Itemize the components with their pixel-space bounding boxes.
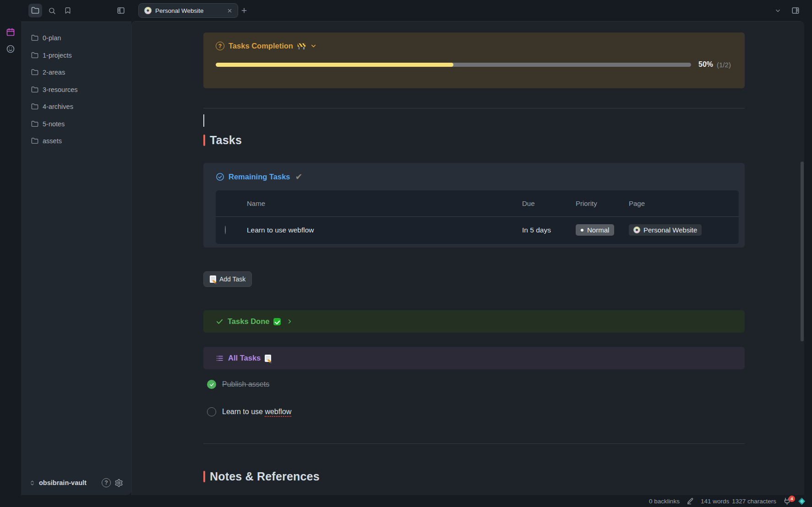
misspelled-word: webflow: [265, 408, 291, 415]
chevron-down-icon: [774, 7, 781, 14]
tasks-done-callout[interactable]: Tasks Done: [203, 310, 745, 333]
task-text[interactable]: Learn to use webflow: [222, 408, 291, 416]
completion-progress-fill: [216, 63, 453, 67]
edit-mode-button[interactable]: [687, 497, 694, 505]
task-item-todo: Learn to use webflow: [207, 407, 291, 416]
folder-icon: [31, 69, 38, 76]
bookmarks-button[interactable]: [61, 4, 75, 17]
column-header-priority: Priority: [576, 200, 629, 207]
completion-fraction: (1/2): [717, 61, 731, 69]
pencil-icon: [687, 497, 694, 505]
divider: [203, 108, 745, 108]
left-ribbon: [0, 21, 21, 507]
optical-disc-emoji: [633, 227, 640, 233]
plugin-update-button[interactable]: 4: [783, 497, 791, 505]
left-sidebar-toggle-icon: [117, 6, 125, 15]
task-text[interactable]: Publish assets: [222, 380, 269, 388]
chevron-right-icon[interactable]: [286, 318, 293, 325]
help-button[interactable]: ?: [102, 478, 111, 487]
table-header-row: Name Due Priority Page: [216, 190, 739, 217]
task-checkbox[interactable]: [225, 226, 226, 234]
task-name[interactable]: Learn to use webflow: [247, 226, 522, 234]
sidebar-item-1-projects[interactable]: 1-projects: [27, 49, 128, 62]
sidebar-item-label: 4-archives: [43, 103, 73, 110]
memo-emoji: [210, 275, 216, 283]
chevron-down-icon[interactable]: [310, 43, 317, 49]
all-tasks-callout[interactable]: All Tasks: [203, 347, 745, 369]
expand-right-sidebar-button[interactable]: [789, 4, 802, 17]
remaining-tasks-table: Name Due Priority Page Learn to use webf…: [216, 190, 739, 244]
sidebar-item-label: 5-notes: [43, 120, 65, 128]
task-due: In 5 days: [522, 226, 576, 234]
sidebar-item-0-plan[interactable]: 0-plan: [27, 31, 128, 45]
settings-button[interactable]: [114, 479, 123, 487]
check-circle-icon: [216, 173, 224, 181]
remaining-tasks-title: Remaining Tasks: [229, 173, 290, 181]
folder-icon: [31, 120, 38, 128]
check-mark-button-emoji: [273, 318, 281, 325]
folder-icon: [31, 52, 38, 59]
tab-title: Personal Website: [155, 7, 223, 14]
scrollbar-thumb[interactable]: [801, 162, 804, 341]
backlinks-count[interactable]: 0 backlinks: [649, 498, 680, 505]
vault-name[interactable]: obsibrain-vault: [39, 479, 98, 486]
note-editor[interactable]: ? Tasks Completion 50% (1/2) Tas: [131, 21, 804, 495]
tasks-completion-callout[interactable]: ? Tasks Completion 50% (1/2): [203, 32, 745, 88]
sidebar-item-label: 0-plan: [43, 34, 61, 42]
vault-bar: obsibrain-vault ?: [26, 474, 127, 491]
sidebar-item-assets[interactable]: assets: [27, 134, 128, 148]
completion-progress-bar: [216, 63, 691, 67]
remaining-tasks-callout: Remaining Tasks ✔ Name Due Priority Page…: [203, 163, 745, 248]
unchecked-checkbox[interactable]: [207, 407, 216, 416]
checked-checkbox[interactable]: [207, 380, 216, 389]
sidebar-item-label: 2-areas: [43, 69, 65, 76]
obsidian-window: Personal Website 0-plan: [0, 0, 812, 507]
check-mark-glyph: ✔: [295, 172, 303, 182]
completion-percent: 50%: [698, 60, 713, 69]
calendar-button[interactable]: [6, 27, 15, 37]
calendar-icon: [6, 27, 15, 37]
smiley-icon: [6, 44, 15, 54]
folder-icon: [31, 86, 38, 93]
search-button[interactable]: [45, 4, 59, 17]
column-header-name: Name: [247, 200, 522, 207]
file-explorer-sidebar: 0-plan 1-projects 2-areas 3-resources 4-…: [21, 22, 131, 495]
sidebar-item-4-archives[interactable]: 4-archives: [27, 100, 128, 113]
folder-icon: [31, 6, 39, 15]
vault-switcher-button[interactable]: [29, 480, 35, 486]
sidebar-item-2-areas[interactable]: 2-areas: [27, 65, 128, 79]
sidebar-item-5-notes[interactable]: 5-notes: [27, 117, 128, 131]
tab-list-dropdown-button[interactable]: [771, 4, 785, 17]
tasks-completion-title: Tasks Completion: [229, 42, 293, 50]
table-row: Learn to use webflow In 5 days Normal Pe…: [216, 217, 739, 243]
update-count-badge: 4: [789, 496, 795, 502]
folder-icon: [31, 103, 38, 110]
priority-dot-icon: [581, 229, 583, 232]
new-tab-button[interactable]: [238, 5, 250, 16]
top-bar: Personal Website: [0, 0, 812, 21]
all-tasks-title: All Tasks: [228, 354, 261, 362]
list-icon: [216, 354, 224, 362]
tab-close-button[interactable]: [227, 8, 232, 13]
construction-emoji: [297, 43, 306, 49]
column-header-page: Page: [629, 200, 739, 207]
heading-accent-bar: [203, 471, 205, 482]
files-panel-button[interactable]: [28, 4, 42, 17]
column-header-due: Due: [522, 200, 576, 207]
tab-personal-website[interactable]: Personal Website: [138, 3, 238, 18]
sidebar-item-3-resources[interactable]: 3-resources: [27, 83, 128, 97]
text-cursor: [203, 114, 204, 127]
collapse-left-sidebar-button[interactable]: [114, 4, 128, 17]
status-bar: 0 backlinks 141 words 1327 characters 4: [0, 495, 812, 507]
check-icon: [216, 318, 223, 325]
daily-mood-button[interactable]: [6, 44, 15, 54]
plus-icon: [240, 7, 248, 14]
tasks-heading: Tasks: [203, 134, 242, 147]
right-sidebar-toggle-icon: [791, 6, 800, 15]
priority-badge[interactable]: Normal: [576, 224, 614, 236]
folder-tree: 0-plan 1-projects 2-areas 3-resources 4-…: [27, 31, 128, 151]
teal-plugin-icon[interactable]: [798, 497, 806, 505]
add-task-button[interactable]: Add Task: [203, 271, 252, 287]
bookmark-icon: [64, 7, 71, 14]
page-link[interactable]: Personal Website: [629, 224, 702, 236]
